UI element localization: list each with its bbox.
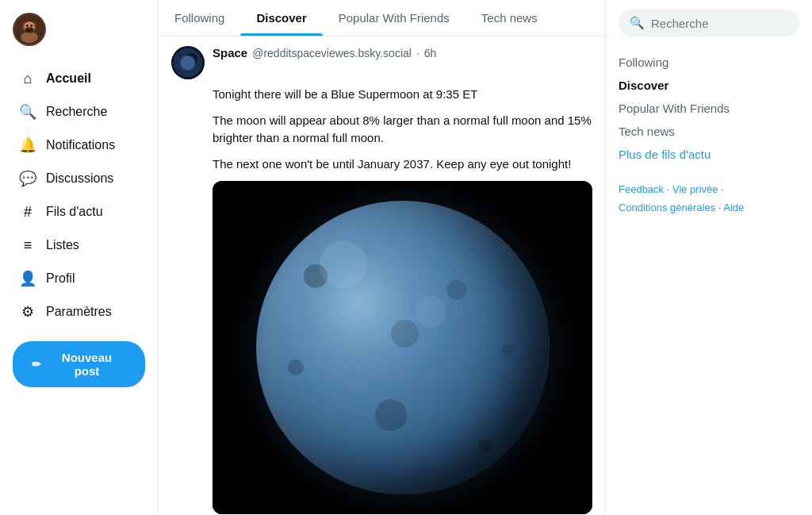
list-icon: ≡ bbox=[19, 236, 36, 254]
post-item: Space @redditspaceviewes.bsky.social · 6… bbox=[159, 37, 605, 515]
search-icon: 🔍 bbox=[630, 16, 645, 30]
person-icon: 👤 bbox=[19, 270, 36, 287]
sidebar-item-label: Notifications bbox=[46, 138, 115, 152]
post-separator: · bbox=[416, 47, 419, 60]
search-box[interactable]: 🔍 bbox=[619, 10, 799, 37]
post-author-name: Space bbox=[213, 46, 247, 60]
feed: Space @redditspaceviewes.bsky.social · 6… bbox=[159, 37, 605, 515]
tab-popular[interactable]: Popular With Friends bbox=[323, 0, 465, 36]
gear-icon: ⚙ bbox=[19, 303, 36, 321]
left-sidebar: ⌂ Accueil 🔍 Recherche 🔔 Notifications 💬 … bbox=[0, 0, 159, 515]
footer-sep1: · bbox=[667, 183, 672, 195]
svg-point-2 bbox=[21, 32, 38, 43]
post-text-line1: Tonight there will be a Blue Supermoon a… bbox=[171, 86, 592, 173]
sidebar-item-label: Discussions bbox=[46, 171, 113, 186]
right-nav: Following Discover Popular With Friends … bbox=[619, 52, 799, 164]
svg-point-6 bbox=[30, 25, 33, 27]
main-content: Following Discover Popular With Friends … bbox=[159, 0, 606, 515]
feedback-link[interactable]: Feedback bbox=[619, 183, 664, 195]
sidebar-item-accueil[interactable]: ⌂ Accueil bbox=[13, 62, 145, 95]
right-sidebar: 🔍 Following Discover Popular With Friend… bbox=[606, 0, 812, 515]
post-handle: @redditspaceviewes.bsky.social bbox=[252, 47, 412, 60]
hash-icon: # bbox=[19, 203, 36, 221]
home-icon: ⌂ bbox=[19, 70, 36, 87]
new-post-button[interactable]: ✏ Nouveau post bbox=[13, 341, 145, 387]
bell-icon: 🔔 bbox=[19, 136, 36, 154]
tab-discover[interactable]: Discover bbox=[240, 0, 322, 36]
right-nav-popular[interactable]: Popular With Friends bbox=[619, 98, 799, 118]
right-nav-following[interactable]: Following bbox=[619, 52, 799, 72]
post-meta: Space @redditspaceviewes.bsky.social · 6… bbox=[213, 46, 436, 60]
sidebar-item-profil[interactable]: 👤 Profil bbox=[13, 262, 145, 295]
post-image bbox=[213, 181, 592, 514]
sidebar-item-label: Recherche bbox=[46, 105, 107, 119]
post-time: 6h bbox=[424, 47, 437, 60]
sidebar-item-listes[interactable]: ≡ Listes bbox=[13, 229, 145, 262]
tab-technews[interactable]: Tech news bbox=[465, 0, 553, 36]
tab-following[interactable]: Following bbox=[159, 0, 240, 36]
svg-point-12 bbox=[181, 56, 195, 70]
search-input[interactable] bbox=[651, 17, 788, 30]
chat-icon: 💬 bbox=[19, 170, 36, 187]
help-link[interactable]: Aide bbox=[723, 202, 744, 213]
right-nav-technews[interactable]: Tech news bbox=[619, 121, 799, 141]
avatar[interactable] bbox=[13, 13, 46, 46]
right-nav-discover[interactable]: Discover bbox=[619, 75, 799, 95]
post-author-avatar[interactable] bbox=[171, 46, 205, 79]
tabs-bar: Following Discover Popular With Friends … bbox=[159, 0, 605, 37]
sidebar-item-label: Fils d'actu bbox=[46, 205, 103, 219]
search-icon: 🔍 bbox=[19, 103, 36, 121]
sidebar-item-notifications[interactable]: 🔔 Notifications bbox=[13, 129, 145, 162]
sidebar-item-label: Accueil bbox=[46, 71, 91, 86]
right-nav-more[interactable]: Plus de fils d'actu bbox=[619, 144, 799, 164]
sidebar-item-label: Paramètres bbox=[46, 305, 112, 319]
svg-point-7 bbox=[29, 28, 30, 29]
footer-sep2: · bbox=[721, 183, 724, 195]
right-footer: Feedback · Vie privée · Conditions génér… bbox=[619, 180, 799, 217]
post-header: Space @redditspaceviewes.bsky.social · 6… bbox=[171, 46, 592, 79]
sidebar-item-recherche[interactable]: 🔍 Recherche bbox=[13, 95, 145, 129]
compose-icon: ✏ bbox=[32, 358, 41, 371]
sidebar-item-parametres[interactable]: ⚙ Paramètres bbox=[13, 295, 145, 329]
moon-circle bbox=[256, 201, 550, 494]
sidebar-item-label: Profil bbox=[46, 271, 75, 286]
terms-link[interactable]: Conditions générales bbox=[619, 202, 715, 213]
sidebar-item-label: Listes bbox=[46, 238, 79, 252]
svg-point-5 bbox=[26, 25, 29, 27]
user-avatar-container[interactable] bbox=[13, 10, 145, 49]
sidebar-item-discussions[interactable]: 💬 Discussions bbox=[13, 162, 145, 195]
moon-image bbox=[213, 181, 592, 514]
sidebar-item-fils[interactable]: # Fils d'actu bbox=[13, 195, 145, 229]
privacy-link[interactable]: Vie privée bbox=[672, 183, 718, 195]
